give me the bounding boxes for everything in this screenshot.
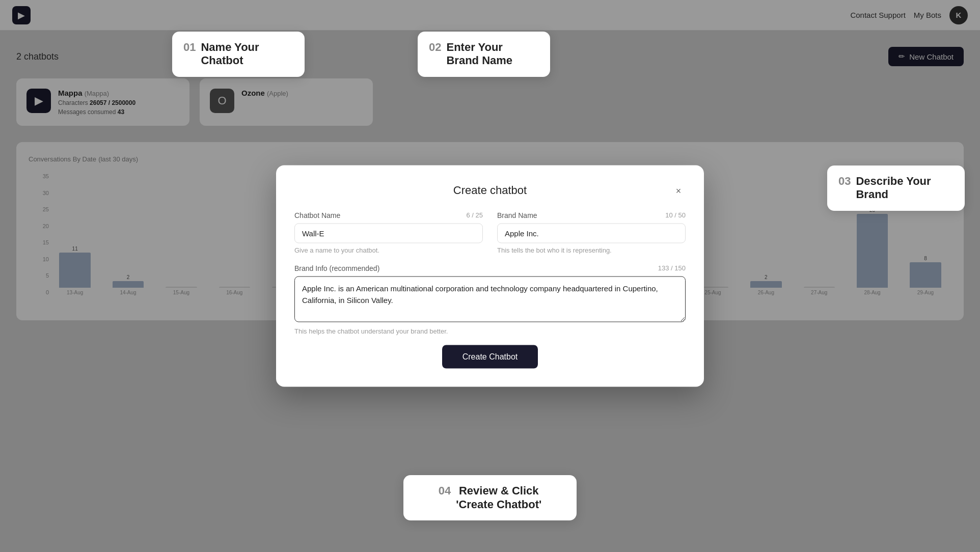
callout-04-text: Review & Click'Create Chatbot' xyxy=(456,484,541,511)
brand-name-header: Brand Name 10 / 50 xyxy=(497,211,686,219)
callout-03-number: 03 xyxy=(838,175,851,188)
modal-name-brand-row: Chatbot Name 6 / 25 Give a name to your … xyxy=(294,211,686,254)
callout-01: 01 Name YourChatbot xyxy=(172,32,305,77)
modal-close-button[interactable]: × xyxy=(671,184,686,198)
callout-04: 04 Review & Click'Create Chatbot' xyxy=(403,475,577,520)
brand-name-input[interactable] xyxy=(497,224,686,243)
create-chatbot-modal: Create chatbot × Chatbot Name 6 / 25 Giv… xyxy=(276,165,704,387)
callout-01-text: Name YourChatbot xyxy=(201,41,259,68)
callout-03-inner: 03 Describe YourBrand xyxy=(838,175,954,202)
brand-info-textarea[interactable] xyxy=(294,277,686,322)
brand-info-field: Brand Info (recommended) 133 / 150 This … xyxy=(294,264,686,335)
callout-01-number: 01 xyxy=(183,41,196,54)
brand-name-count: 10 / 50 xyxy=(665,211,686,219)
chatbot-name-hint: Give a name to your chatbot. xyxy=(294,246,483,254)
modal-footer: Create Chatbot xyxy=(294,345,686,369)
brand-name-field: Brand Name 10 / 50 This tells the bot wh… xyxy=(497,211,686,254)
callout-04-number: 04 xyxy=(439,484,451,498)
brand-name-hint: This tells the bot who it is representin… xyxy=(497,246,686,254)
callout-03: 03 Describe YourBrand xyxy=(827,165,965,211)
callout-03-text: Describe YourBrand xyxy=(856,175,931,202)
modal-title: Create chatbot xyxy=(453,184,527,197)
callout-02-inner: 02 Enter YourBrand Name xyxy=(429,41,539,68)
brand-info-hint: This helps the chatbot understand your b… xyxy=(294,327,686,335)
callout-02-number: 02 xyxy=(429,41,441,54)
callout-02-text: Enter YourBrand Name xyxy=(446,41,512,68)
chatbot-name-label: Chatbot Name xyxy=(294,211,340,219)
chatbot-name-count: 6 / 25 xyxy=(466,211,483,219)
callout-04-inner: 04 Review & Click'Create Chatbot' xyxy=(415,484,565,511)
brand-info-header: Brand Info (recommended) 133 / 150 xyxy=(294,264,686,272)
brand-info-label: Brand Info (recommended) xyxy=(294,264,379,272)
callout-01-inner: 01 Name YourChatbot xyxy=(183,41,293,68)
chatbot-name-header: Chatbot Name 6 / 25 xyxy=(294,211,483,219)
create-chatbot-button[interactable]: Create Chatbot xyxy=(442,345,538,369)
brand-name-label: Brand Name xyxy=(497,211,537,219)
callout-02: 02 Enter YourBrand Name xyxy=(418,32,550,77)
modal-header: Create chatbot × xyxy=(294,184,686,197)
chatbot-name-input[interactable] xyxy=(294,224,483,243)
chatbot-name-field: Chatbot Name 6 / 25 Give a name to your … xyxy=(294,211,483,254)
brand-info-count: 133 / 150 xyxy=(658,264,686,272)
